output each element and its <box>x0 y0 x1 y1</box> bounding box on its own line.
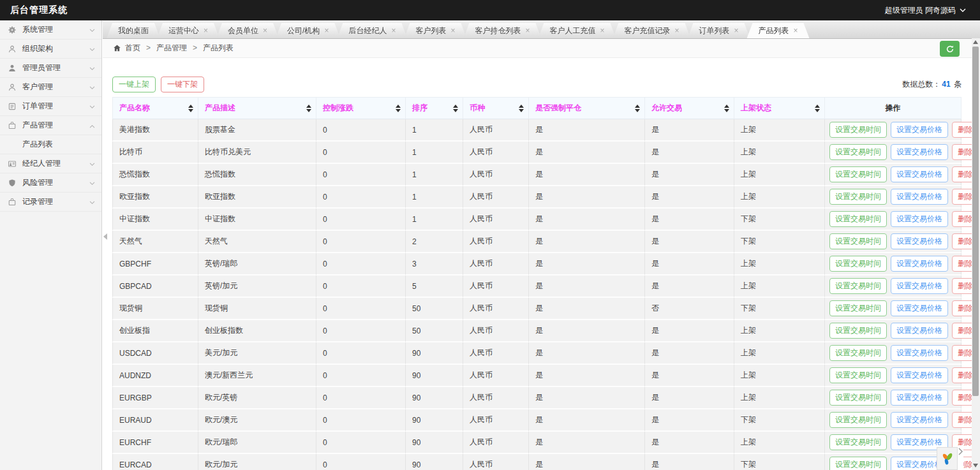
tab-close-icon[interactable]: × <box>525 27 530 34</box>
tab[interactable]: 产品列表× <box>746 23 809 38</box>
tab-close-icon[interactable]: × <box>263 27 267 34</box>
set-trade-price-button[interactable]: 设置交易价格 <box>891 256 948 272</box>
set-trade-time-button[interactable]: 设置交易时间 <box>829 211 887 227</box>
scroll-up-icon[interactable] <box>973 40 978 44</box>
tab-close-icon[interactable]: × <box>674 27 679 34</box>
set-trade-time-button[interactable]: 设置交易时间 <box>829 233 887 249</box>
cell-currency: 人民币 <box>463 275 529 298</box>
widget-next-button[interactable] <box>958 447 963 470</box>
refresh-button[interactable] <box>940 41 960 57</box>
set-trade-time-button[interactable]: 设置交易时间 <box>829 323 887 339</box>
set-trade-price-button[interactable]: 设置交易价格 <box>891 122 948 138</box>
sort-arrows-icon[interactable] <box>724 105 729 112</box>
set-trade-time-button[interactable]: 设置交易时间 <box>829 345 887 361</box>
sort-arrows-icon[interactable] <box>635 105 640 112</box>
tab-close-icon[interactable]: × <box>450 27 455 34</box>
table-row: 美港指数股票基金01人民币是是上架设置交易时间设置交易价格删除 <box>112 119 961 142</box>
tab[interactable]: 我的桌面 <box>107 23 160 38</box>
sidebar-item[interactable]: 系统管理 <box>0 20 101 40</box>
set-trade-time-button[interactable]: 设置交易时间 <box>829 367 887 383</box>
column-header-sortable[interactable]: 产品描述 <box>198 97 316 119</box>
cell-actions: 设置交易时间设置交易价格删除 <box>825 119 961 142</box>
set-trade-time-button[interactable]: 设置交易时间 <box>829 256 887 272</box>
set-trade-price-button[interactable]: 设置交易价格 <box>891 300 948 316</box>
tab-close-icon[interactable]: × <box>793 27 798 34</box>
set-trade-price-button[interactable]: 设置交易价格 <box>891 144 948 160</box>
set-trade-time-button[interactable]: 设置交易时间 <box>829 278 887 294</box>
breadcrumb-item[interactable]: 产品管理 <box>156 43 187 52</box>
user-menu[interactable]: 超级管理员 阿奇源码 <box>885 5 980 16</box>
tab[interactable]: 客户充值记录× <box>612 23 690 38</box>
set-trade-price-button[interactable]: 设置交易价格 <box>891 323 948 339</box>
cell-allow-trade: 是 <box>645 119 734 142</box>
table-row: EURCHF欧元/瑞郎090人民币是是上架设置交易时间设置交易价格删除 <box>112 432 961 454</box>
set-trade-price-button[interactable]: 设置交易价格 <box>891 166 948 182</box>
column-header-sortable[interactable]: 币种 <box>463 97 529 119</box>
breadcrumb-item[interactable]: 首页 <box>125 43 140 52</box>
sort-arrows-icon[interactable] <box>815 105 820 112</box>
tab[interactable]: 客户列表× <box>404 23 466 38</box>
tab[interactable]: 会员单位× <box>216 23 279 38</box>
tab-close-icon[interactable]: × <box>204 27 208 34</box>
sort-arrows-icon[interactable] <box>396 105 401 112</box>
tab-close-icon[interactable]: × <box>391 27 396 34</box>
set-trade-price-button[interactable]: 设置交易价格 <box>891 345 948 361</box>
sort-arrows-icon[interactable] <box>453 105 458 112</box>
batch-off-shelf-button[interactable]: 一键下架 <box>161 77 204 92</box>
sidebar-item[interactable]: 客户管理 <box>0 78 101 97</box>
set-trade-price-button[interactable]: 设置交易价格 <box>891 278 948 294</box>
sidebar-item[interactable]: 经纪人管理 <box>0 154 101 173</box>
set-trade-price-button[interactable]: 设置交易价格 <box>891 233 948 249</box>
sort-arrows-icon[interactable] <box>306 105 311 112</box>
column-header-sortable[interactable]: 产品名称 <box>112 97 198 119</box>
vertical-scrollbar[interactable] <box>972 38 980 470</box>
set-trade-price-button[interactable]: 设置交易价格 <box>891 367 948 383</box>
set-trade-time-button[interactable]: 设置交易时间 <box>829 390 887 406</box>
tab-close-icon[interactable]: × <box>324 27 329 34</box>
tab[interactable]: 客户人工充值× <box>538 23 616 38</box>
column-header-sortable[interactable]: 是否强制平仓 <box>529 97 645 119</box>
sidebar-item[interactable]: 订单管理 <box>0 97 101 116</box>
breadcrumb-item[interactable]: 产品列表 <box>203 43 234 52</box>
content-panel: 一键上架 一键下架 数据总数：41 条 产品名称产品描述控制涨跌排序币种是否强制… <box>103 59 971 470</box>
set-trade-time-button[interactable]: 设置交易时间 <box>829 144 887 160</box>
set-trade-time-button[interactable]: 设置交易时间 <box>829 189 887 205</box>
tab[interactable]: 运营中心× <box>157 23 219 38</box>
column-header-sortable[interactable]: 控制涨跌 <box>316 97 406 119</box>
set-trade-time-button[interactable]: 设置交易时间 <box>829 122 887 138</box>
set-trade-price-button[interactable]: 设置交易价格 <box>891 412 948 428</box>
set-trade-price-button[interactable]: 设置交易价格 <box>891 390 948 406</box>
tab[interactable]: 客户持仓列表× <box>463 23 541 38</box>
sidebar-subitem[interactable]: 产品列表 <box>0 135 101 154</box>
tab[interactable]: 订单列表× <box>687 23 750 38</box>
sort-arrows-icon[interactable] <box>519 105 524 112</box>
sidebar-item[interactable]: 组织架构 <box>0 40 101 59</box>
set-trade-time-button[interactable]: 设置交易时间 <box>829 166 887 182</box>
cell-name: 恐慌指数 <box>112 164 198 186</box>
sidebar-item-label: 记录管理 <box>22 196 53 207</box>
column-header-sortable[interactable]: 上架状态 <box>734 97 825 119</box>
set-trade-price-button[interactable]: 设置交易价格 <box>891 211 948 227</box>
tab[interactable]: 后台经纪人× <box>337 23 407 38</box>
sidebar-collapse-handle[interactable] <box>102 224 108 249</box>
set-trade-time-button[interactable]: 设置交易时间 <box>829 300 887 316</box>
sidebar-item[interactable]: 记录管理 <box>0 193 101 212</box>
set-trade-time-button[interactable]: 设置交易时间 <box>829 412 887 428</box>
scroll-down-icon[interactable] <box>973 464 978 467</box>
sort-arrows-icon[interactable] <box>188 105 193 112</box>
widget-logo[interactable] <box>937 447 958 470</box>
sidebar-item[interactable]: 管理员管理 <box>0 59 101 78</box>
column-header-sortable[interactable]: 允许交易 <box>645 97 734 119</box>
sidebar-item[interactable]: 产品管理 <box>0 116 101 135</box>
tab[interactable]: 公司/机构× <box>276 23 340 38</box>
cell-name: 欧亚指数 <box>112 186 198 209</box>
set-trade-price-button[interactable]: 设置交易价格 <box>891 189 948 205</box>
scrollbar-thumb[interactable] <box>972 47 979 396</box>
sidebar-item[interactable]: 风险管理 <box>0 173 101 193</box>
set-trade-time-button[interactable]: 设置交易时间 <box>829 457 887 470</box>
set-trade-time-button[interactable]: 设置交易时间 <box>829 434 887 450</box>
tab-close-icon[interactable]: × <box>600 27 604 34</box>
batch-on-shelf-button[interactable]: 一键上架 <box>112 77 156 92</box>
column-header-sortable[interactable]: 排序 <box>406 97 463 119</box>
tab-close-icon[interactable]: × <box>734 27 738 34</box>
